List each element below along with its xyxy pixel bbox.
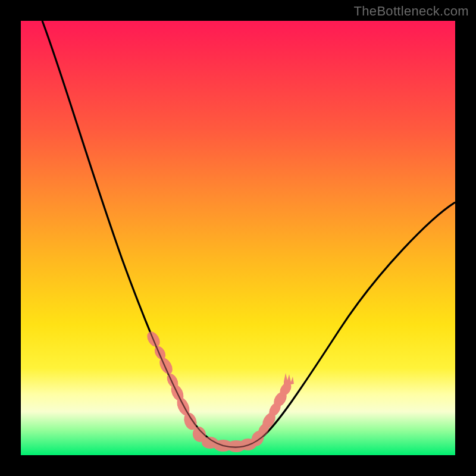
chart-frame: TheBottleneck.com	[0, 0, 476, 476]
watermark-text: TheBottleneck.com	[354, 4, 469, 19]
bottleneck-curve-overdraw	[42, 21, 455, 447]
highlight-cluster-left	[145, 329, 208, 443]
chart-svg	[21, 21, 455, 455]
plot-area	[21, 21, 455, 455]
bottleneck-curve	[42, 21, 455, 447]
highlight-cluster-right	[249, 373, 294, 448]
